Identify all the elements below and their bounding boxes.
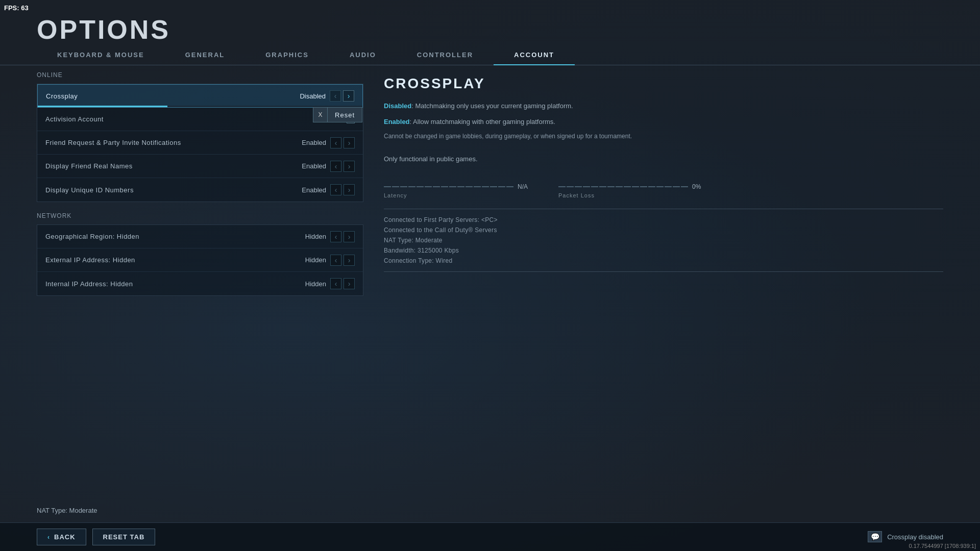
- display-uid-label: Display Unique ID Numbers: [45, 186, 302, 194]
- latency-bar: N/A: [384, 183, 528, 190]
- external-ip-value: Hidden: [305, 256, 326, 264]
- tab-audio[interactable]: AUDIO: [329, 45, 397, 65]
- external-ip-next-btn[interactable]: ›: [344, 255, 355, 266]
- pl-seg-15: [673, 186, 680, 187]
- back-label: Back: [54, 533, 76, 541]
- bottom-bar: ‹ Back Reset Tab 💬 Crossplay disabled: [0, 522, 980, 551]
- friend-notifications-prev-btn[interactable]: ‹: [330, 137, 341, 148]
- pl-seg-4: [583, 186, 590, 187]
- latency-value: N/A: [518, 183, 528, 190]
- pl-seg-12: [648, 186, 655, 187]
- display-real-names-label: Display Friend Real Names: [45, 162, 302, 170]
- latency-seg-6: [425, 186, 432, 187]
- internal-ip-row[interactable]: Internal IP Address: Hidden Hidden ‹ ›: [37, 272, 363, 295]
- packet-loss-value: 0%: [692, 183, 701, 190]
- notification-text: Crossplay disabled: [887, 533, 943, 541]
- latency-seg-16: [506, 186, 513, 187]
- conn-line-5: Connection Type: Wired: [384, 257, 943, 264]
- crossplay-restriction-note: Cannot be changed in game lobbies, durin…: [384, 133, 943, 140]
- crossplay-enabled-desc: Enabled: Allow matchmaking with other ga…: [384, 117, 943, 128]
- display-real-names-prev-btn[interactable]: ‹: [330, 161, 341, 172]
- display-real-names-next-btn[interactable]: ›: [344, 161, 355, 172]
- connection-info: Connected to First Party Servers: <PC> C…: [384, 209, 943, 272]
- tab-keyboard-mouse[interactable]: KEYBOARD & MOUSE: [37, 45, 165, 65]
- conn-line-2: Connected to the Call of Duty® Servers: [384, 227, 943, 234]
- display-real-names-row[interactable]: Display Friend Real Names Enabled ‹ ›: [37, 155, 363, 178]
- display-uid-value: Enabled: [302, 186, 326, 194]
- activision-account-label: Activision Account: [45, 115, 347, 123]
- latency-seg-13: [482, 186, 489, 187]
- geo-region-prev-btn[interactable]: ‹: [330, 231, 341, 242]
- pl-seg-9: [624, 186, 631, 187]
- display-uid-next-btn[interactable]: ›: [344, 184, 355, 195]
- network-stats: N/A Latency: [384, 183, 943, 198]
- friend-notifications-label: Friend Request & Party Invite Notificati…: [45, 139, 302, 146]
- back-button[interactable]: ‹ Back: [37, 529, 86, 545]
- internal-ip-arrows: ‹ ›: [330, 278, 355, 289]
- reset-popup-confirm[interactable]: Reset: [328, 109, 362, 121]
- latency-stat: N/A Latency: [384, 183, 528, 198]
- friend-notifications-next-btn[interactable]: ›: [344, 137, 355, 148]
- pl-seg-11: [640, 186, 647, 187]
- external-ip-label: External IP Address: Hidden: [45, 256, 305, 264]
- online-settings-list: Crossplay Disabled ‹ › X Reset: [37, 84, 363, 202]
- reset-popup-close[interactable]: X: [313, 108, 328, 122]
- crossplay-row[interactable]: Crossplay Disabled ‹ › X Reset: [37, 84, 363, 108]
- pl-seg-10: [632, 186, 639, 187]
- reset-popup: X Reset: [313, 107, 362, 122]
- notification-icon: 💬: [868, 531, 882, 542]
- internal-ip-label: Internal IP Address: Hidden: [45, 280, 305, 288]
- latency-seg-9: [449, 186, 456, 187]
- crossplay-disabled-label: Disabled: [384, 102, 411, 110]
- packet-loss-stat: 0% Packet Loss: [558, 183, 701, 198]
- crossplay-disabled-text: : Matchmaking only uses your current gam…: [411, 102, 573, 110]
- tab-general[interactable]: GENERAL: [165, 45, 246, 65]
- crossplay-enabled-label: Enabled: [384, 118, 410, 126]
- build-info: 0.17.7544997 [1708:939:1]: [909, 543, 976, 549]
- packet-loss-bar: 0%: [558, 183, 701, 190]
- crossplay-next-btn[interactable]: ›: [343, 90, 354, 102]
- crossplay-prev-btn[interactable]: ‹: [330, 90, 341, 102]
- external-ip-prev-btn[interactable]: ‹: [330, 255, 341, 266]
- geo-region-row[interactable]: Geographical Region: Hidden Hidden ‹ ›: [37, 225, 363, 248]
- back-icon: ‹: [47, 534, 50, 541]
- reset-tab-button[interactable]: Reset Tab: [92, 529, 156, 545]
- geo-region-arrows: ‹ ›: [330, 231, 355, 242]
- friend-notifications-value: Enabled: [302, 139, 326, 146]
- page-title: OPTIONS: [37, 14, 170, 45]
- pl-seg-6: [599, 186, 606, 187]
- display-uid-arrows: ‹ ›: [330, 184, 355, 195]
- network-section-label: Network: [37, 212, 363, 219]
- tab-graphics[interactable]: GRAPHICS: [245, 45, 329, 65]
- latency-seg-10: [457, 186, 464, 187]
- crossplay-arrows: ‹ ›: [330, 90, 354, 102]
- latency-seg-5: [416, 186, 424, 187]
- network-settings-list: Geographical Region: Hidden Hidden ‹ › E…: [37, 224, 363, 296]
- tab-account[interactable]: ACCOUNT: [494, 45, 575, 65]
- display-real-names-value: Enabled: [302, 162, 326, 170]
- display-uid-prev-btn[interactable]: ‹: [330, 184, 341, 195]
- geo-region-label: Geographical Region: Hidden: [45, 233, 305, 240]
- latency-seg-2: [392, 186, 399, 187]
- latency-seg-11: [465, 186, 473, 187]
- options-page: FPS: 63 OPTIONS KEYBOARD & MOUSE GENERAL…: [0, 0, 980, 551]
- pl-seg-7: [607, 186, 615, 187]
- latency-seg-4: [408, 186, 415, 187]
- latency-seg-8: [441, 186, 448, 187]
- nav-tabs: KEYBOARD & MOUSE GENERAL GRAPHICS AUDIO …: [0, 45, 980, 65]
- crossplay-enabled-text: : Allow matchmaking with other gaming pl…: [410, 118, 555, 126]
- reset-tab-label: Reset Tab: [103, 533, 145, 541]
- pl-seg-13: [656, 186, 664, 187]
- latency-seg-14: [490, 186, 497, 187]
- internal-ip-next-btn[interactable]: ›: [344, 278, 355, 289]
- internal-ip-prev-btn[interactable]: ‹: [330, 278, 341, 289]
- external-ip-row[interactable]: External IP Address: Hidden Hidden ‹ ›: [37, 248, 363, 272]
- left-panel: Online Crossplay Disabled ‹ › X Reset: [37, 71, 363, 520]
- bottom-buttons: ‹ Back Reset Tab: [37, 529, 155, 545]
- latency-seg-1: [384, 186, 391, 187]
- friend-notifications-row[interactable]: Friend Request & Party Invite Notificati…: [37, 131, 363, 155]
- geo-region-next-btn[interactable]: ›: [344, 231, 355, 242]
- tab-controller[interactable]: CONTROLLER: [397, 45, 494, 65]
- packet-loss-label: Packet Loss: [558, 192, 701, 198]
- display-uid-row[interactable]: Display Unique ID Numbers Enabled ‹ ›: [37, 178, 363, 202]
